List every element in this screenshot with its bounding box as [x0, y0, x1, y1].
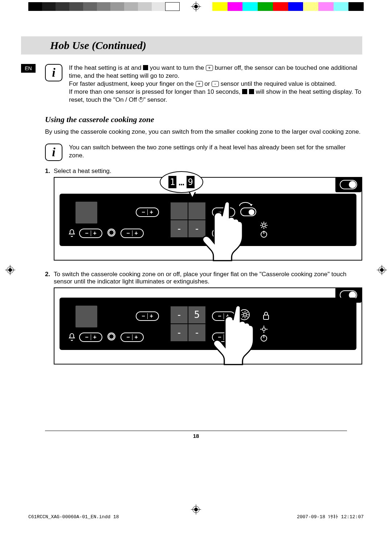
figure-2: -5 -- − + − + — [54, 287, 362, 364]
heat-range-callout: 1 … 9 — [160, 171, 203, 193]
pointing-hand-icon — [211, 303, 272, 367]
subsection-heading: Using the casserole cooking zone — [21, 115, 362, 124]
pointing-hand-icon — [200, 200, 261, 263]
registration-mark-icon — [191, 1, 201, 12]
filled-square-icon — [242, 89, 247, 94]
bell-icon — [68, 229, 76, 237]
svg-line-25 — [261, 227, 262, 228]
intro-paragraph: By using the casserole cooking zone, you… — [21, 128, 362, 136]
casserole-toggle-icon — [335, 177, 362, 192]
filled-square-icon — [143, 65, 148, 70]
minus-key-icon: - — [212, 81, 219, 87]
step-1-text: Select a heat setting. — [54, 168, 111, 174]
figure-1: 1 … 9 -- − + − + — [54, 177, 362, 261]
lock-icon — [262, 207, 270, 216]
slug-filename: C61RCCN_XAG-00060A-01_EN.indd 18 — [28, 514, 119, 520]
section-title-bar: Hob Use (Continued) — [21, 36, 362, 55]
step-2: 2. To switch the casserole cooking zone … — [45, 271, 362, 371]
bell-icon — [68, 333, 76, 341]
step-2-text: To switch the casserole cooking zone on … — [54, 271, 347, 285]
svg-line-23 — [265, 227, 266, 228]
info-text-2: You can switch between the two zone sett… — [69, 144, 362, 161]
info-icon: i — [45, 64, 62, 81]
registration-mark-icon — [5, 265, 15, 275]
svg-point-17 — [262, 224, 265, 227]
minus-plus-control: − + — [136, 207, 159, 217]
slug-timestamp: 2007-09-18 ｿﾀﾈﾄ 12:12:07 — [297, 514, 364, 520]
dual-ring-icon — [107, 333, 115, 340]
step-1: 1. Select a heat setting. 1 … 9 — [45, 168, 362, 267]
filled-square-icon — [249, 89, 254, 94]
svg-rect-16 — [264, 211, 269, 215]
minus-plus-control: − + — [121, 333, 144, 342]
minus-plus-control: − + — [136, 311, 159, 321]
timer-display — [75, 202, 97, 223]
footer-rule — [45, 431, 347, 431]
info-icon: i — [45, 144, 62, 161]
registration-mark-icon — [377, 265, 387, 275]
plus-key-icon: + — [196, 81, 203, 87]
minus-plus-control: − + — [121, 229, 144, 238]
registration-mark-icon — [191, 504, 201, 515]
minus-plus-control: − + — [79, 229, 102, 238]
page-number: 18 — [0, 433, 392, 439]
info-text-1: If the heat setting is at and you want t… — [69, 64, 362, 104]
minus-plus-control: − + — [79, 333, 102, 342]
heat-display-grid: -5 -- — [171, 306, 205, 341]
dual-ring-icon — [107, 229, 115, 237]
plus-key-icon: + — [206, 65, 213, 71]
svg-line-24 — [265, 223, 266, 224]
timer-display — [75, 306, 97, 327]
section-title: Hob Use (Continued) — [26, 39, 357, 52]
power-icon — [139, 97, 143, 102]
print-slug: C61RCCN_XAG-00060A-01_EN.indd 18 2007-09… — [28, 514, 364, 520]
svg-line-22 — [261, 223, 262, 224]
page-content: Hob Use (Continued) EN i If the heat set… — [21, 36, 362, 375]
language-tab: EN — [21, 64, 36, 73]
